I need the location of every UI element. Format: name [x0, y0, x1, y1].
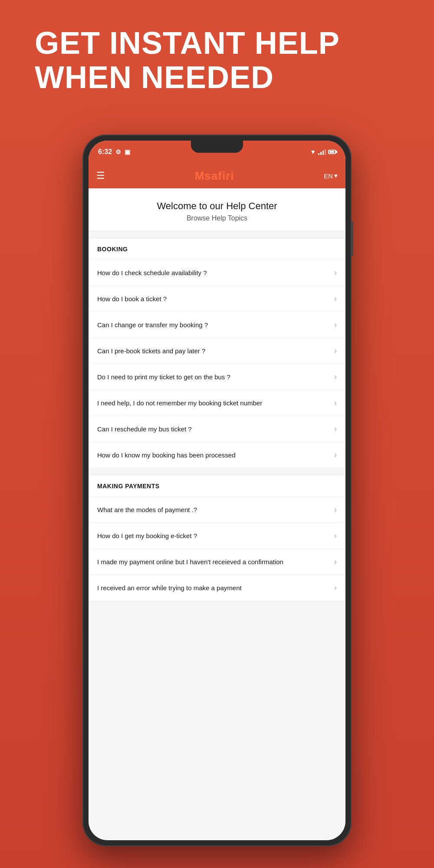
list-item[interactable]: How do I book a ticket ? ›	[89, 286, 345, 312]
menu-button[interactable]: ☰	[96, 170, 105, 181]
gear-icon: ⚙	[115, 148, 121, 155]
list-item[interactable]: How do I get my booking e-ticket ? ›	[89, 523, 345, 549]
wifi-icon: ▼	[310, 148, 316, 155]
chevron-right-icon: ›	[334, 320, 337, 329]
chevron-right-icon: ›	[334, 450, 337, 460]
list-item[interactable]: Can I reschedule my bus ticket ? ›	[89, 416, 345, 442]
list-item-text: Can I change or transfer my booking ?	[97, 320, 334, 329]
list-item[interactable]: How do I check schedule availability ? ›	[89, 260, 345, 286]
chevron-right-icon: ›	[334, 583, 337, 592]
list-item-text: How do I get my booking e-ticket ?	[97, 531, 334, 540]
chevron-right-icon: ›	[334, 505, 337, 514]
list-item-text: I need help, I do not remember my bookin…	[97, 398, 334, 408]
list-item[interactable]: Can I change or transfer my booking ? ›	[89, 312, 345, 338]
list-item[interactable]: I need help, I do not remember my bookin…	[89, 390, 345, 416]
sim-icon: ▣	[125, 148, 130, 155]
list-item-text: How do I know my booking has been proces…	[97, 450, 334, 460]
app-title: Msafiri	[195, 169, 234, 183]
list-item[interactable]: What are the modes of payment .? ›	[89, 497, 345, 523]
help-header: Welcome to our Help Center Browse Help T…	[89, 188, 345, 231]
list-item-text: Can I pre-book tickets and pay later ?	[97, 346, 334, 355]
signal-icon	[318, 149, 326, 155]
chevron-right-icon: ›	[334, 557, 337, 566]
app-bar: ☰ Msafiri EN ▾	[89, 163, 345, 188]
payments-section-header: MAKING PAYMENTS	[89, 475, 345, 497]
payments-section: MAKING PAYMENTS What are the modes of pa…	[89, 475, 345, 601]
list-item[interactable]: I received an error while trying to make…	[89, 575, 345, 601]
list-item-text: Can I reschedule my bus ticket ?	[97, 424, 334, 434]
list-item-text: How do I check schedule availability ?	[97, 268, 334, 277]
phone-notch	[191, 141, 243, 153]
booking-section-header: BOOKING	[89, 238, 345, 260]
list-item[interactable]: Can I pre-book tickets and pay later ? ›	[89, 338, 345, 364]
list-item-text: How do I book a ticket ?	[97, 294, 334, 303]
chevron-right-icon: ›	[334, 294, 337, 303]
content-area: Welcome to our Help Center Browse Help T…	[89, 188, 345, 840]
chevron-right-icon: ›	[334, 346, 337, 355]
list-item[interactable]: How do I know my booking has been proces…	[89, 442, 345, 468]
list-item-text: Do I need to print my ticket to get on t…	[97, 372, 334, 381]
hero-heading: GET INSTANT HELP WHEN NEEDED	[35, 26, 399, 95]
language-selector[interactable]: EN ▾	[324, 172, 338, 180]
chevron-right-icon: ›	[334, 531, 337, 540]
chevron-right-icon: ›	[334, 398, 337, 408]
booking-section: BOOKING How do I check schedule availabi…	[89, 238, 345, 468]
help-center-subtitle: Browse Help Topics	[97, 214, 337, 222]
chevron-right-icon: ›	[334, 424, 337, 434]
list-item[interactable]: I made my payment online but I haven't r…	[89, 549, 345, 575]
list-item-text: What are the modes of payment .?	[97, 505, 334, 514]
phone-mockup: 6:32 ⚙ ▣ ▼	[82, 135, 352, 846]
help-center-title: Welcome to our Help Center	[97, 201, 337, 212]
list-item-text: I made my payment online but I haven't r…	[97, 557, 334, 566]
list-item-text: I received an error while trying to make…	[97, 583, 334, 592]
battery-icon	[328, 150, 336, 154]
chevron-down-icon: ▾	[334, 172, 338, 180]
chevron-right-icon: ›	[334, 372, 337, 381]
list-item[interactable]: Do I need to print my ticket to get on t…	[89, 364, 345, 390]
side-button	[351, 221, 353, 256]
chevron-right-icon: ›	[334, 268, 337, 277]
status-time: 6:32	[98, 148, 112, 156]
